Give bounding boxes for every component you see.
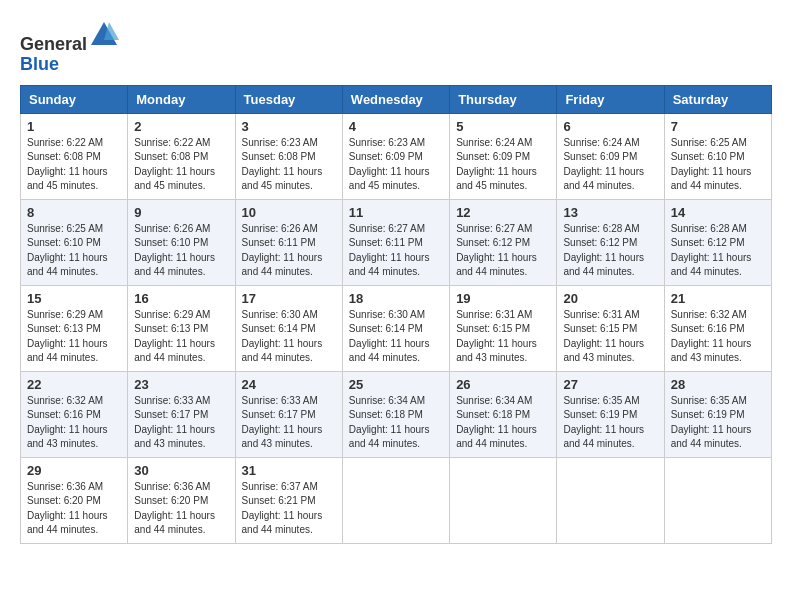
calendar-day-cell [557, 457, 664, 543]
calendar-day-cell: 6Sunrise: 6:24 AMSunset: 6:09 PMDaylight… [557, 113, 664, 199]
day-number: 31 [242, 463, 336, 478]
day-number: 9 [134, 205, 228, 220]
day-detail: Sunrise: 6:29 AMSunset: 6:13 PMDaylight:… [27, 308, 121, 366]
logo-general: General [20, 34, 87, 54]
logo-icon [89, 20, 119, 50]
day-of-week-header: Tuesday [235, 85, 342, 113]
calendar-table: SundayMondayTuesdayWednesdayThursdayFrid… [20, 85, 772, 544]
calendar-day-cell: 17Sunrise: 6:30 AMSunset: 6:14 PMDayligh… [235, 285, 342, 371]
day-detail: Sunrise: 6:32 AMSunset: 6:16 PMDaylight:… [27, 394, 121, 452]
day-of-week-header: Thursday [450, 85, 557, 113]
day-number: 28 [671, 377, 765, 392]
day-number: 12 [456, 205, 550, 220]
calendar-day-cell: 7Sunrise: 6:25 AMSunset: 6:10 PMDaylight… [664, 113, 771, 199]
calendar-day-cell [450, 457, 557, 543]
day-number: 19 [456, 291, 550, 306]
day-number: 29 [27, 463, 121, 478]
day-detail: Sunrise: 6:23 AMSunset: 6:08 PMDaylight:… [242, 136, 336, 194]
calendar-week-row: 1Sunrise: 6:22 AMSunset: 6:08 PMDaylight… [21, 113, 772, 199]
day-detail: Sunrise: 6:24 AMSunset: 6:09 PMDaylight:… [456, 136, 550, 194]
calendar-day-cell: 14Sunrise: 6:28 AMSunset: 6:12 PMDayligh… [664, 199, 771, 285]
calendar-day-cell: 2Sunrise: 6:22 AMSunset: 6:08 PMDaylight… [128, 113, 235, 199]
day-detail: Sunrise: 6:30 AMSunset: 6:14 PMDaylight:… [242, 308, 336, 366]
calendar-day-cell: 23Sunrise: 6:33 AMSunset: 6:17 PMDayligh… [128, 371, 235, 457]
logo: General Blue [20, 20, 119, 75]
calendar-day-cell: 8Sunrise: 6:25 AMSunset: 6:10 PMDaylight… [21, 199, 128, 285]
calendar-day-cell: 12Sunrise: 6:27 AMSunset: 6:12 PMDayligh… [450, 199, 557, 285]
calendar-day-cell: 26Sunrise: 6:34 AMSunset: 6:18 PMDayligh… [450, 371, 557, 457]
calendar-day-cell: 28Sunrise: 6:35 AMSunset: 6:19 PMDayligh… [664, 371, 771, 457]
day-number: 4 [349, 119, 443, 134]
day-number: 1 [27, 119, 121, 134]
calendar-day-cell: 16Sunrise: 6:29 AMSunset: 6:13 PMDayligh… [128, 285, 235, 371]
day-detail: Sunrise: 6:35 AMSunset: 6:19 PMDaylight:… [671, 394, 765, 452]
calendar-week-row: 29Sunrise: 6:36 AMSunset: 6:20 PMDayligh… [21, 457, 772, 543]
day-detail: Sunrise: 6:26 AMSunset: 6:11 PMDaylight:… [242, 222, 336, 280]
calendar-day-cell: 21Sunrise: 6:32 AMSunset: 6:16 PMDayligh… [664, 285, 771, 371]
calendar-day-cell: 19Sunrise: 6:31 AMSunset: 6:15 PMDayligh… [450, 285, 557, 371]
day-detail: Sunrise: 6:25 AMSunset: 6:10 PMDaylight:… [27, 222, 121, 280]
day-of-week-header: Saturday [664, 85, 771, 113]
calendar-day-cell: 13Sunrise: 6:28 AMSunset: 6:12 PMDayligh… [557, 199, 664, 285]
calendar-day-cell: 24Sunrise: 6:33 AMSunset: 6:17 PMDayligh… [235, 371, 342, 457]
day-number: 3 [242, 119, 336, 134]
day-detail: Sunrise: 6:34 AMSunset: 6:18 PMDaylight:… [349, 394, 443, 452]
day-detail: Sunrise: 6:37 AMSunset: 6:21 PMDaylight:… [242, 480, 336, 538]
calendar-day-cell: 22Sunrise: 6:32 AMSunset: 6:16 PMDayligh… [21, 371, 128, 457]
calendar-day-cell: 11Sunrise: 6:27 AMSunset: 6:11 PMDayligh… [342, 199, 449, 285]
calendar-week-row: 22Sunrise: 6:32 AMSunset: 6:16 PMDayligh… [21, 371, 772, 457]
calendar-week-row: 15Sunrise: 6:29 AMSunset: 6:13 PMDayligh… [21, 285, 772, 371]
day-number: 2 [134, 119, 228, 134]
page-header: General Blue [20, 20, 772, 75]
calendar-day-cell: 20Sunrise: 6:31 AMSunset: 6:15 PMDayligh… [557, 285, 664, 371]
day-number: 25 [349, 377, 443, 392]
day-detail: Sunrise: 6:24 AMSunset: 6:09 PMDaylight:… [563, 136, 657, 194]
day-number: 16 [134, 291, 228, 306]
day-number: 5 [456, 119, 550, 134]
day-detail: Sunrise: 6:23 AMSunset: 6:09 PMDaylight:… [349, 136, 443, 194]
day-detail: Sunrise: 6:33 AMSunset: 6:17 PMDaylight:… [134, 394, 228, 452]
day-detail: Sunrise: 6:27 AMSunset: 6:12 PMDaylight:… [456, 222, 550, 280]
calendar-week-row: 8Sunrise: 6:25 AMSunset: 6:10 PMDaylight… [21, 199, 772, 285]
day-detail: Sunrise: 6:30 AMSunset: 6:14 PMDaylight:… [349, 308, 443, 366]
day-of-week-header: Sunday [21, 85, 128, 113]
day-number: 8 [27, 205, 121, 220]
day-detail: Sunrise: 6:26 AMSunset: 6:10 PMDaylight:… [134, 222, 228, 280]
day-detail: Sunrise: 6:29 AMSunset: 6:13 PMDaylight:… [134, 308, 228, 366]
day-number: 18 [349, 291, 443, 306]
calendar-day-cell: 25Sunrise: 6:34 AMSunset: 6:18 PMDayligh… [342, 371, 449, 457]
day-number: 17 [242, 291, 336, 306]
day-detail: Sunrise: 6:27 AMSunset: 6:11 PMDaylight:… [349, 222, 443, 280]
calendar-day-cell: 15Sunrise: 6:29 AMSunset: 6:13 PMDayligh… [21, 285, 128, 371]
day-detail: Sunrise: 6:33 AMSunset: 6:17 PMDaylight:… [242, 394, 336, 452]
day-number: 7 [671, 119, 765, 134]
calendar-day-cell: 27Sunrise: 6:35 AMSunset: 6:19 PMDayligh… [557, 371, 664, 457]
day-detail: Sunrise: 6:36 AMSunset: 6:20 PMDaylight:… [134, 480, 228, 538]
day-number: 22 [27, 377, 121, 392]
calendar-day-cell: 9Sunrise: 6:26 AMSunset: 6:10 PMDaylight… [128, 199, 235, 285]
day-detail: Sunrise: 6:22 AMSunset: 6:08 PMDaylight:… [134, 136, 228, 194]
day-number: 14 [671, 205, 765, 220]
day-of-week-header: Monday [128, 85, 235, 113]
day-detail: Sunrise: 6:32 AMSunset: 6:16 PMDaylight:… [671, 308, 765, 366]
day-number: 20 [563, 291, 657, 306]
day-number: 13 [563, 205, 657, 220]
day-number: 21 [671, 291, 765, 306]
day-detail: Sunrise: 6:31 AMSunset: 6:15 PMDaylight:… [563, 308, 657, 366]
day-number: 27 [563, 377, 657, 392]
calendar-day-cell: 31Sunrise: 6:37 AMSunset: 6:21 PMDayligh… [235, 457, 342, 543]
day-number: 10 [242, 205, 336, 220]
calendar-day-cell [664, 457, 771, 543]
day-detail: Sunrise: 6:25 AMSunset: 6:10 PMDaylight:… [671, 136, 765, 194]
day-detail: Sunrise: 6:36 AMSunset: 6:20 PMDaylight:… [27, 480, 121, 538]
calendar-day-cell: 3Sunrise: 6:23 AMSunset: 6:08 PMDaylight… [235, 113, 342, 199]
day-number: 15 [27, 291, 121, 306]
calendar-day-cell: 5Sunrise: 6:24 AMSunset: 6:09 PMDaylight… [450, 113, 557, 199]
day-number: 6 [563, 119, 657, 134]
day-number: 30 [134, 463, 228, 478]
days-of-week-row: SundayMondayTuesdayWednesdayThursdayFrid… [21, 85, 772, 113]
day-detail: Sunrise: 6:35 AMSunset: 6:19 PMDaylight:… [563, 394, 657, 452]
calendar-day-cell: 1Sunrise: 6:22 AMSunset: 6:08 PMDaylight… [21, 113, 128, 199]
day-number: 11 [349, 205, 443, 220]
day-of-week-header: Friday [557, 85, 664, 113]
